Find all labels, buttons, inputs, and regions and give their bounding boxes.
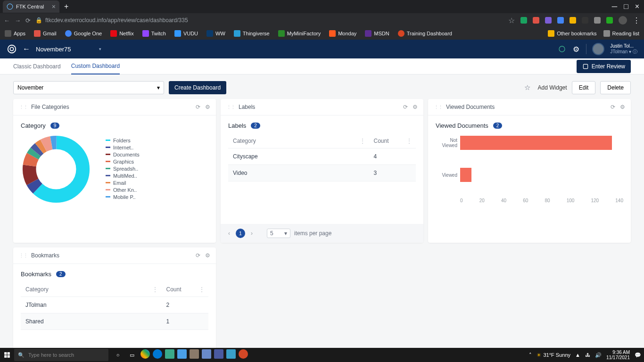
menu-icon[interactable]: ⋮ <box>633 16 640 25</box>
back-icon[interactable]: ← <box>4 17 10 24</box>
table-row[interactable]: Cityscape4 <box>228 148 416 165</box>
tab-custom-dashboard[interactable]: Custom Dashboard <box>71 58 120 74</box>
page-number[interactable]: 1 <box>236 229 245 238</box>
url-field[interactable]: 🔒 ftkcdev.exterrocloud.info/app/review/c… <box>35 17 188 24</box>
app-icon[interactable] <box>202 349 211 359</box>
extension-icon[interactable] <box>545 17 552 24</box>
legend-item[interactable]: Other Kn.. <box>106 187 140 193</box>
legend-item[interactable]: Email <box>106 180 140 186</box>
legend-item[interactable]: MultiMed.. <box>106 173 140 179</box>
reading-list[interactable]: Reading list <box>603 30 639 37</box>
gear-icon[interactable]: ⚙ <box>205 252 210 259</box>
bar-viewed[interactable] <box>460 168 471 182</box>
clock[interactable]: 9:36 AM 11/17/2021 <box>606 350 630 360</box>
edit-button[interactable]: Edit <box>572 81 596 94</box>
star-icon[interactable]: ☆ <box>508 16 515 25</box>
drag-handle-icon[interactable]: ⋮⋮ <box>19 104 27 110</box>
add-widget-button[interactable]: Add Widget <box>535 84 567 91</box>
bookmark-apps[interactable]: Apps <box>5 30 25 37</box>
column-menu-icon[interactable]: ⋮ <box>199 286 205 293</box>
column-header-count[interactable]: Count⋮ <box>369 134 416 148</box>
tray-expand-icon[interactable]: ˄ <box>529 352 532 358</box>
table-row[interactable]: JTolman2 <box>21 297 208 313</box>
browser-tab[interactable]: FTK Central × <box>3 0 59 13</box>
column-menu-icon[interactable]: ⋮ <box>406 138 412 144</box>
edge-icon[interactable] <box>153 349 162 359</box>
bar-not-viewed[interactable] <box>460 136 612 150</box>
bookmark-item[interactable]: Thingiverse <box>234 30 270 37</box>
legend-item[interactable]: Graphics <box>106 159 140 165</box>
info-icon[interactable]: ⓘ <box>633 49 637 54</box>
gear-icon[interactable]: ⚙ <box>205 104 210 110</box>
legend-item[interactable]: Internet.. <box>106 145 140 150</box>
network-icon[interactable]: 🖧 <box>585 352 590 358</box>
app-icon[interactable] <box>190 349 199 359</box>
tray-icon[interactable]: ▲ <box>575 352 580 358</box>
bookmark-item[interactable]: Monday <box>329 30 356 37</box>
bookmark-item[interactable]: MSDN <box>365 30 389 37</box>
column-header-category[interactable]: Category⋮ <box>228 134 369 148</box>
powerpoint-icon[interactable] <box>239 349 248 359</box>
avatar[interactable] <box>592 43 604 55</box>
weather-widget[interactable]: ☀31°F Sunny <box>537 352 570 358</box>
delete-button[interactable]: Delete <box>600 81 631 94</box>
legend-item[interactable]: Documents <box>106 152 140 157</box>
extension-icon[interactable] <box>557 17 564 24</box>
chevron-down-icon[interactable]: ▾ <box>629 49 631 54</box>
bookmark-item[interactable]: Twitch <box>142 30 166 37</box>
extension-icon[interactable] <box>594 17 601 24</box>
column-header-count[interactable]: Count⋮ <box>162 282 209 297</box>
table-row[interactable]: Video3 <box>228 165 416 181</box>
app-icon[interactable] <box>177 349 187 359</box>
page-size-select[interactable]: 5▾ <box>267 229 290 238</box>
volume-icon[interactable]: 🔊 <box>595 352 602 358</box>
refresh-icon[interactable]: ⟳ <box>196 104 200 110</box>
refresh-icon[interactable]: ⟳ <box>196 252 200 259</box>
settings-icon[interactable]: ⚙ <box>572 45 580 53</box>
legend-item[interactable]: Spreadsh.. <box>106 166 140 172</box>
new-tab-button[interactable]: + <box>64 2 68 11</box>
refresh-icon[interactable]: ⟳ <box>611 104 615 110</box>
column-header-category[interactable]: Category⋮ <box>21 282 162 297</box>
drag-handle-icon[interactable]: ⋮⋮ <box>19 253 27 259</box>
dashboard-select[interactable]: November ▾ <box>13 81 164 94</box>
gear-icon[interactable]: ⚙ <box>413 104 418 110</box>
reload-icon[interactable]: ⟳ <box>25 17 31 24</box>
forward-icon[interactable]: → <box>15 17 21 24</box>
notification-icon[interactable]: 💬 <box>635 352 641 358</box>
bookmark-item[interactable]: WW <box>206 30 225 37</box>
taskbar-search[interactable]: 🔍 Type here to search <box>14 349 108 361</box>
chrome-icon[interactable] <box>140 349 150 359</box>
drag-handle-icon[interactable]: ⋮⋮ <box>226 104 235 110</box>
cortana-icon[interactable]: ○ <box>112 349 124 361</box>
create-dashboard-button[interactable]: Create Dashboard <box>169 81 226 94</box>
column-menu-icon[interactable]: ⋮ <box>152 286 158 293</box>
minimize-icon[interactable]: ─ <box>612 2 617 11</box>
extension-icon[interactable] <box>533 17 539 24</box>
gear-icon[interactable]: ⚙ <box>620 104 625 110</box>
extension-icon[interactable] <box>570 17 576 24</box>
legend-item[interactable]: Mobile P.. <box>106 194 140 200</box>
app-icon[interactable] <box>165 349 174 359</box>
column-menu-icon[interactable]: ⋮ <box>360 138 365 144</box>
page-prev-icon[interactable]: ‹ <box>226 230 232 237</box>
maximize-icon[interactable]: □ <box>624 2 628 11</box>
drag-handle-icon[interactable]: ⋮⋮ <box>434 104 442 110</box>
table-row[interactable]: Shared1 <box>21 313 208 330</box>
app-icon[interactable] <box>214 349 223 359</box>
bookmark-item[interactable]: Gmail <box>34 30 57 37</box>
extension-icon[interactable] <box>606 17 613 24</box>
enter-review-button[interactable]: Enter Review <box>577 60 631 73</box>
legend-item[interactable]: Folders <box>106 138 140 143</box>
bookmark-item[interactable]: Google One <box>65 30 102 37</box>
close-window-icon[interactable]: × <box>635 2 639 11</box>
start-button[interactable] <box>0 348 14 362</box>
page-next-icon[interactable]: › <box>249 230 255 237</box>
bookmark-item[interactable]: Training Dashboard <box>398 30 452 37</box>
bookmark-item[interactable]: VUDU <box>174 30 198 37</box>
bookmark-item[interactable]: MyMiniFactory <box>278 30 321 37</box>
tab-classic-dashboard[interactable]: Classic Dashboard <box>13 59 61 74</box>
extension-icon[interactable] <box>582 17 588 24</box>
favorite-icon[interactable]: ☆ <box>524 83 530 92</box>
app-icon[interactable] <box>226 349 236 359</box>
